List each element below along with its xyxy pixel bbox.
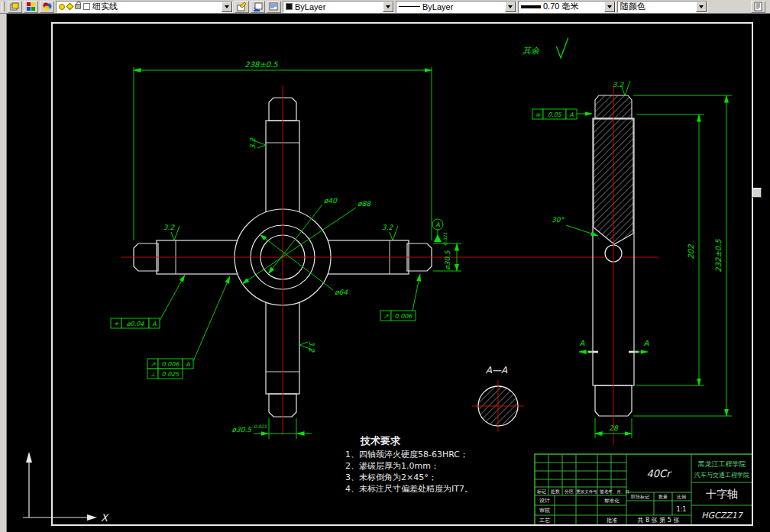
rev-header: 处数 (550, 488, 560, 495)
approve-label: 批准 (607, 517, 617, 524)
rev-header: 分区 (565, 488, 574, 494)
layer-states-button[interactable] (267, 1, 281, 13)
rev-header: 签名 (600, 488, 609, 495)
toolbar: 细实线 ByLayer ByLayer 0.70 毫米 (0, 0, 770, 14)
roughness-value: 3.2 (249, 137, 257, 150)
title-block: 标记 处数 分区 更改文件号 签名 年、月、日 设计 审核 工艺 标准化 批准 … (535, 454, 752, 525)
cad-drawing: 238±0.5 ø30.5 -0.021 ø30.5 -0.021 ø40 ø8… (0, 14, 770, 532)
runout2-value: 0.006 (395, 313, 413, 320)
section-mark: A (644, 339, 649, 347)
perpendicularity-symbol: ⊥ (150, 371, 156, 378)
runout-tolerance-frame-2: ↗ 0.006 (380, 274, 420, 321)
tech-item: 2、渗碳层厚为1.0mm； (345, 461, 439, 471)
symmetry-symbol: ≡ (535, 111, 541, 118)
position-datum: A (152, 321, 157, 327)
stage-label: 阶段标记 (631, 494, 649, 500)
sheet-info: 共 8 张 第 5 张 (638, 517, 680, 524)
dim-journal-dia-bottom: ø30.5 (231, 426, 252, 434)
check-label: 审核 (539, 508, 550, 514)
toolbar-grip[interactable] (2, 2, 5, 11)
datum-a-symbol: A (432, 219, 443, 242)
chevron-down-icon (225, 5, 229, 8)
ucs-y-arrow-icon (26, 452, 32, 463)
datum-label: A (435, 221, 440, 228)
layer-color-chip (83, 3, 90, 10)
properties-panel-button[interactable] (751, 1, 765, 13)
roughness-value: 3.2 (613, 81, 625, 89)
position-tolerance-frame: ⌖ ø0.04 A (111, 275, 185, 328)
layer-manager-button[interactable] (8, 1, 22, 13)
color-wheel-icon (42, 2, 52, 11)
rev-header: 更改文件号 (576, 489, 597, 494)
linetype-dropdown-arrow[interactable] (505, 2, 516, 12)
roughness-value: 3.2 (308, 341, 315, 353)
plotstyle-dropdown[interactable]: 随颜色 (617, 1, 707, 13)
datum-triangle-icon (434, 234, 442, 242)
chevron-down-icon (386, 5, 390, 8)
make-layer-current-icon (237, 2, 247, 11)
material: 40Cr (647, 468, 673, 479)
ucs-icon: X (23, 452, 109, 524)
chevron-down-icon (508, 5, 513, 8)
ucs-x-arrow-icon (87, 514, 97, 521)
layer-grid-icon (26, 2, 36, 11)
section-title: A—A (486, 365, 508, 376)
properties-icon (753, 2, 763, 11)
layer-lock-icon[interactable] (75, 4, 81, 9)
symmetry-tolerance-frame: ≡ 0.05 A (532, 109, 592, 119)
symmetry-value: 0.05 (548, 111, 562, 118)
layer-previous-icon (253, 2, 263, 11)
scale-label: 比例 (677, 494, 686, 500)
school-name-line2: 汽车与交通工程学院 (694, 471, 749, 479)
runout-symbol: ↗ (150, 361, 156, 368)
process-label: 工艺 (539, 517, 550, 524)
color-dropdown[interactable]: ByLayer (283, 1, 394, 13)
position-value: ø0.04 (127, 321, 145, 327)
tech-item: 4、未标注尺寸偏差处精度为IT7。 (345, 484, 473, 494)
linetype-dropdown[interactable]: ByLayer (396, 1, 516, 13)
make-object-layer-current-button[interactable] (235, 1, 249, 13)
angle-dim: 30° (552, 216, 565, 224)
layer-on-icon[interactable] (59, 4, 65, 10)
dia-inner-label: ø40 (324, 197, 338, 205)
toolbar-fragment[interactable] (752, 188, 762, 198)
drawing-canvas[interactable]: 238±0.5 ø30.5 -0.021 ø30.5 -0.021 ø40 ø8… (0, 14, 770, 532)
dim-journal-tol-bottom: -0.021 (252, 424, 267, 429)
layer-previous-button[interactable] (251, 1, 265, 13)
layer-properties-button[interactable] (24, 1, 38, 13)
part-name: 十字轴 (706, 488, 738, 500)
layer-dropdown[interactable]: 细实线 (56, 1, 233, 13)
color-dropdown-arrow[interactable] (383, 2, 393, 12)
layer-freeze-icon[interactable] (66, 3, 74, 11)
dia-mid-label: ø64 (335, 289, 348, 296)
school-name-line1: 黑龙江工程学院 (698, 460, 746, 468)
lineweight-value: 0.70 毫米 (543, 1, 602, 12)
docked-toolbar-strip (0, 14, 7, 532)
runout-datum: A (186, 361, 190, 368)
linetype-value: ByLayer (422, 2, 503, 11)
color-control-button[interactable] (40, 1, 54, 13)
lineweight-sample-icon (521, 5, 541, 8)
layer-states-icon (269, 2, 279, 11)
side-view: 3.2 ≡ 0.05 A 30° A A 202 232±0.5 (532, 81, 732, 445)
roughness-icon (556, 37, 568, 58)
section-mark: A (580, 339, 585, 347)
layer-dropdown-arrow[interactable] (222, 2, 232, 12)
lineweight-dropdown-arrow[interactable] (604, 2, 615, 12)
tech-title: 技术要求 (360, 435, 401, 447)
roughness-value: 3.2 (163, 224, 176, 231)
tech-item: 3、未标倒角为2×45°； (345, 472, 437, 482)
roughness-value: 3.2 (382, 224, 394, 231)
design-label: 设计 (539, 498, 550, 504)
plotstyle-value: 随颜色 (620, 1, 694, 12)
color-value: ByLayer (295, 2, 380, 11)
lineweight-dropdown[interactable]: 0.70 毫米 (518, 1, 616, 13)
rest-roughness: 其余 (522, 37, 568, 58)
chevron-down-icon (607, 5, 612, 8)
rev-header: 标记 (536, 488, 546, 495)
dim-28: 28 (609, 424, 619, 432)
perpendicularity-value: 0.025 (162, 371, 180, 378)
plotstyle-dropdown-arrow[interactable] (696, 2, 707, 12)
standardize-label: 标准化 (603, 498, 620, 504)
dia-outer-label: ø88 (358, 200, 371, 208)
